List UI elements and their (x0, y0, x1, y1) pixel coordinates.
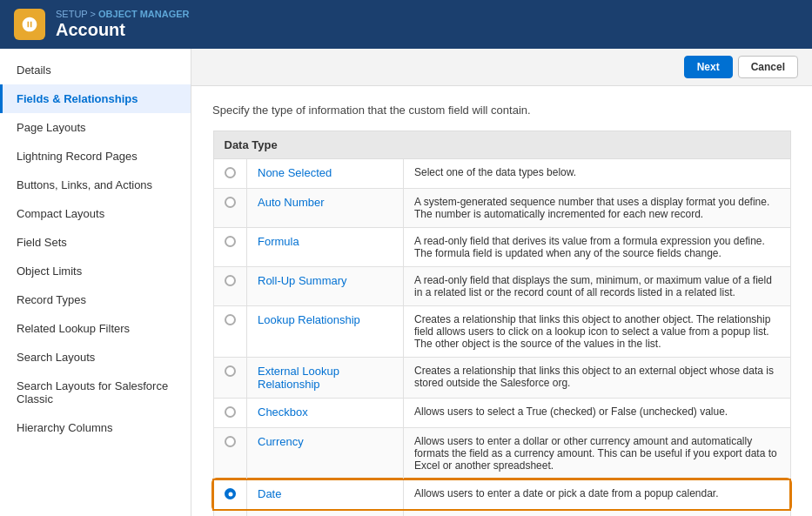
type-name-checkbox[interactable]: Checkbox (258, 405, 308, 419)
sidebar-item-search-layouts[interactable]: Search Layouts (0, 343, 191, 372)
type-name-roll-up-summary[interactable]: Roll-Up Summary (258, 274, 347, 287)
content-area: Next Cancel Specify the type of informat… (191, 49, 812, 516)
sidebar-item-fields-relationships[interactable]: Fields & Relationships (0, 84, 191, 113)
table-header: Data Type (213, 131, 790, 159)
type-name-date[interactable]: Date (258, 487, 281, 500)
type-name-currency[interactable]: Currency (258, 435, 304, 448)
sidebar-item-hierarchy-columns[interactable]: Hierarchy Columns (0, 413, 191, 442)
type-name-external-lookup-relationship[interactable]: External Lookup Relationship (258, 365, 339, 391)
next-button[interactable]: Next (684, 56, 733, 78)
radio-auto-number[interactable] (225, 197, 236, 208)
table-row-date-time[interactable]: Date/TimeAllows users to enter a date an… (213, 510, 790, 516)
table-row-auto-number[interactable]: Auto NumberA system-generated sequence n… (213, 189, 790, 228)
sidebar-item-lightning-record-pages[interactable]: Lightning Record Pages (0, 142, 191, 171)
header-text: SETUP > OBJECT MANAGER Account (56, 9, 190, 40)
table-row-lookup-relationship[interactable]: Lookup RelationshipCreates a relationshi… (213, 306, 790, 358)
sidebar-item-related-lookup-filters[interactable]: Related Lookup Filters (0, 314, 191, 343)
type-desc-auto-number: A system-generated sequence number that … (404, 189, 791, 228)
form-content: Specify the type of information that the… (191, 86, 812, 516)
type-name-auto-number[interactable]: Auto Number (258, 196, 325, 209)
type-desc-date-time: Allows users to enter a date and time, o… (404, 510, 791, 516)
radio-roll-up-summary[interactable] (225, 275, 236, 286)
type-desc-checkbox: Allows users to select a True (checked) … (404, 399, 791, 428)
table-row-none-selected[interactable]: None SelectedSelect one of the data type… (213, 159, 790, 189)
toolbar: Next Cancel (191, 49, 812, 86)
table-row-currency[interactable]: CurrencyAllows users to enter a dollar o… (213, 428, 790, 480)
breadcrumb-setup: SETUP (56, 9, 87, 19)
type-desc-external-lookup-relationship: Creates a relationship that links this o… (404, 358, 791, 399)
app-header: SETUP > OBJECT MANAGER Account (0, 0, 812, 49)
sidebar-item-buttons-links-actions[interactable]: Buttons, Links, and Actions (0, 171, 191, 199)
table-row-date[interactable]: DateAllows users to enter a date or pick… (213, 479, 790, 510)
table-row-checkbox[interactable]: CheckboxAllows users to select a True (c… (213, 399, 790, 428)
sidebar-item-field-sets[interactable]: Field Sets (0, 228, 191, 257)
type-name-none-selected[interactable]: None Selected (258, 166, 332, 179)
type-name-lookup-relationship[interactable]: Lookup Relationship (258, 313, 360, 326)
sidebar-item-page-layouts[interactable]: Page Layouts (0, 113, 191, 142)
sidebar-item-compact-layouts[interactable]: Compact Layouts (0, 199, 191, 228)
table-row-roll-up-summary[interactable]: Roll-Up SummaryA read-only field that di… (213, 267, 790, 306)
cancel-button[interactable]: Cancel (738, 56, 798, 78)
form-subtitle: Specify the type of information that the… (212, 104, 791, 117)
radio-lookup-relationship[interactable] (225, 314, 236, 325)
radio-currency[interactable] (225, 436, 236, 447)
table-row-formula[interactable]: FormulaA read-only field that derives it… (213, 228, 790, 267)
sidebar-item-details[interactable]: Details (0, 56, 191, 84)
page-title: Account (56, 20, 190, 40)
sidebar-item-object-limits[interactable]: Object Limits (0, 257, 191, 285)
breadcrumb-sep: > (91, 9, 98, 19)
data-type-table: Data Type None SelectedSelect one of the… (212, 131, 791, 516)
breadcrumb: SETUP > OBJECT MANAGER (56, 9, 190, 19)
sidebar-item-record-types[interactable]: Record Types (0, 285, 191, 314)
type-desc-date: Allows users to enter a date or pick a d… (404, 479, 791, 510)
radio-none-selected[interactable] (225, 167, 236, 178)
breadcrumb-current: OBJECT MANAGER (98, 9, 190, 19)
radio-formula[interactable] (225, 236, 236, 247)
type-name-formula[interactable]: Formula (258, 235, 299, 248)
main-layout: DetailsFields & RelationshipsPage Layout… (0, 49, 812, 516)
type-desc-formula: A read-only field that derives its value… (404, 228, 791, 267)
type-desc-none-selected: Select one of the data types below. (404, 159, 791, 189)
radio-date[interactable] (225, 488, 236, 499)
sidebar-item-search-layouts-classic[interactable]: Search Layouts for Salesforce Classic (0, 372, 191, 413)
app-logo (14, 9, 45, 40)
table-row-external-lookup-relationship[interactable]: External Lookup RelationshipCreates a re… (213, 358, 790, 399)
type-desc-roll-up-summary: A read-only field that displays the sum,… (404, 267, 791, 306)
radio-external-lookup-relationship[interactable] (225, 365, 236, 377)
type-desc-lookup-relationship: Creates a relationship that links this o… (404, 306, 791, 358)
sidebar: DetailsFields & RelationshipsPage Layout… (0, 49, 191, 516)
type-desc-currency: Allows users to enter a dollar or other … (404, 428, 791, 480)
radio-checkbox[interactable] (225, 406, 236, 418)
